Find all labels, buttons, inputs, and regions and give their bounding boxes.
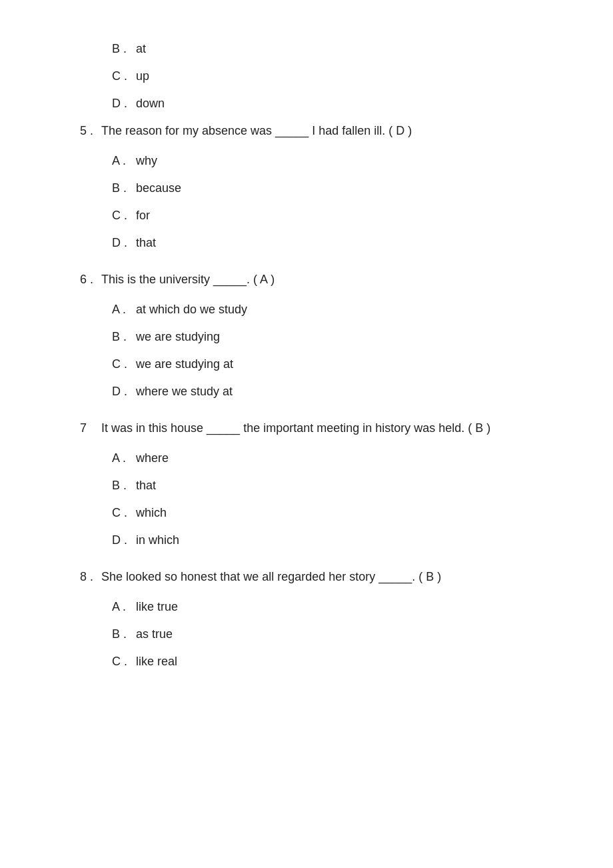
list-item: D . that — [112, 234, 546, 252]
list-item: B . that — [112, 477, 546, 495]
option-text: we are studying at — [136, 355, 233, 373]
option-text: in which — [136, 531, 179, 549]
option-letter: D . — [112, 234, 136, 252]
option-letter: B . — [112, 477, 136, 495]
option-letter: D . — [112, 383, 136, 401]
option-letter: B . — [112, 40, 136, 58]
option-letter: C . — [112, 67, 136, 85]
question-text: She looked so honest that we all regarde… — [101, 568, 546, 586]
option-text: like real — [136, 653, 177, 671]
option-letter: B . — [112, 179, 136, 197]
list-item: C . up — [112, 67, 546, 85]
option-text: down — [136, 95, 165, 113]
option-text: that — [136, 234, 156, 252]
option-text: at — [136, 40, 146, 58]
list-item: A . where — [112, 449, 546, 467]
option-text: where we study at — [136, 383, 233, 401]
list-item: B . because — [112, 179, 546, 197]
list-item: D . in which — [112, 531, 546, 549]
list-item: D . where we study at — [112, 383, 546, 401]
question-7: 7 It was in this house _____ the importa… — [80, 419, 546, 549]
option-letter: D . — [112, 95, 136, 113]
question-text: This is the university _____. ( A ) — [101, 271, 546, 289]
list-item: C . like real — [112, 653, 546, 671]
question-6: 6 . This is the university _____. ( A ) … — [80, 271, 546, 401]
question-5: 5 . The reason for my absence was _____ … — [80, 122, 546, 252]
option-letter: A . — [112, 301, 136, 319]
question-number: 5 . — [80, 122, 101, 140]
list-item: A . like true — [112, 598, 546, 616]
question-number: 8 . — [80, 568, 101, 586]
list-item: A . at which do we study — [112, 301, 546, 319]
exam-content: B . at C . up D . down 5 . The reason fo… — [80, 40, 546, 671]
list-item: A . why — [112, 152, 546, 170]
question-number: 7 — [80, 419, 101, 437]
option-text: like true — [136, 598, 178, 616]
option-letter: A . — [112, 598, 136, 616]
partial-options-block: B . at C . up D . down — [80, 40, 546, 113]
option-text: for — [136, 207, 150, 225]
option-text: up — [136, 67, 149, 85]
list-item: B . we are studying — [112, 328, 546, 346]
list-item: C . we are studying at — [112, 355, 546, 373]
option-text: as true — [136, 625, 173, 643]
options-block: A . why B . because C . for D . that — [80, 152, 546, 252]
question-text: It was in this house _____ the important… — [101, 419, 546, 437]
option-text: where — [136, 449, 169, 467]
list-item: C . which — [112, 504, 546, 522]
options-block: A . like true B . as true C . like real — [80, 598, 546, 671]
option-text: because — [136, 179, 181, 197]
list-item: C . for — [112, 207, 546, 225]
option-letter: C . — [112, 653, 136, 671]
option-letter: A . — [112, 449, 136, 467]
option-text: which — [136, 504, 167, 522]
option-text: why — [136, 152, 157, 170]
option-text: at which do we study — [136, 301, 247, 319]
option-text: that — [136, 477, 156, 495]
question-8: 8 . She looked so honest that we all reg… — [80, 568, 546, 671]
list-item: B . as true — [112, 625, 546, 643]
option-text: we are studying — [136, 328, 220, 346]
option-letter: C . — [112, 355, 136, 373]
option-letter: A . — [112, 152, 136, 170]
question-text: The reason for my absence was _____ I ha… — [101, 122, 546, 140]
question-number: 6 . — [80, 271, 101, 289]
list-item: D . down — [112, 95, 546, 113]
option-letter: B . — [112, 328, 136, 346]
options-block: A . where B . that C . which D . in whic… — [80, 449, 546, 549]
list-item: B . at — [112, 40, 546, 58]
option-letter: C . — [112, 207, 136, 225]
option-letter: B . — [112, 625, 136, 643]
option-letter: C . — [112, 504, 136, 522]
options-block: A . at which do we study B . we are stud… — [80, 301, 546, 401]
option-letter: D . — [112, 531, 136, 549]
